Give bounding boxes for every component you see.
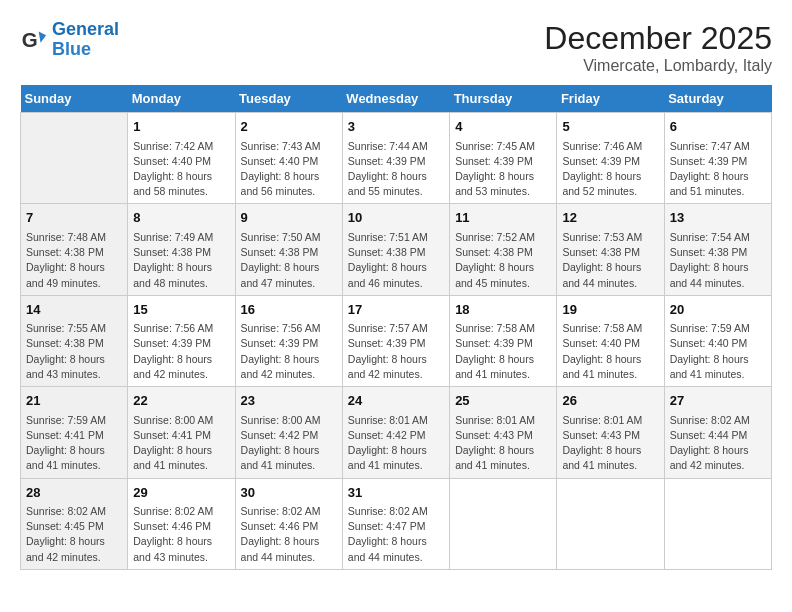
cell-details: Sunrise: 7:50 AMSunset: 4:38 PMDaylight:… [241,230,337,291]
cell-details: Sunrise: 7:43 AMSunset: 4:40 PMDaylight:… [241,139,337,200]
cell-details: Sunrise: 7:54 AMSunset: 4:38 PMDaylight:… [670,230,766,291]
calendar-cell: 4Sunrise: 7:45 AMSunset: 4:39 PMDaylight… [450,113,557,204]
cell-details: Sunrise: 7:56 AMSunset: 4:39 PMDaylight:… [241,321,337,382]
day-number: 22 [133,391,229,411]
day-number: 30 [241,483,337,503]
calendar-cell: 31Sunrise: 8:02 AMSunset: 4:47 PMDayligh… [342,478,449,569]
cell-details: Sunrise: 8:01 AMSunset: 4:43 PMDaylight:… [562,413,658,474]
day-number: 25 [455,391,551,411]
day-number: 31 [348,483,444,503]
cell-details: Sunrise: 7:59 AMSunset: 4:41 PMDaylight:… [26,413,122,474]
calendar-cell: 17Sunrise: 7:57 AMSunset: 4:39 PMDayligh… [342,295,449,386]
calendar-table: SundayMondayTuesdayWednesdayThursdayFrid… [20,85,772,570]
calendar-day-header: Wednesday [342,85,449,113]
cell-details: Sunrise: 8:02 AMSunset: 4:46 PMDaylight:… [133,504,229,565]
day-number: 14 [26,300,122,320]
day-number: 27 [670,391,766,411]
calendar-cell: 16Sunrise: 7:56 AMSunset: 4:39 PMDayligh… [235,295,342,386]
calendar-cell: 5Sunrise: 7:46 AMSunset: 4:39 PMDaylight… [557,113,664,204]
logo: G General Blue [20,20,119,60]
day-number: 6 [670,117,766,137]
cell-details: Sunrise: 7:55 AMSunset: 4:38 PMDaylight:… [26,321,122,382]
calendar-cell: 12Sunrise: 7:53 AMSunset: 4:38 PMDayligh… [557,204,664,295]
calendar-cell: 1Sunrise: 7:42 AMSunset: 4:40 PMDaylight… [128,113,235,204]
cell-details: Sunrise: 8:02 AMSunset: 4:46 PMDaylight:… [241,504,337,565]
calendar-cell: 10Sunrise: 7:51 AMSunset: 4:38 PMDayligh… [342,204,449,295]
day-number: 16 [241,300,337,320]
cell-details: Sunrise: 7:45 AMSunset: 4:39 PMDaylight:… [455,139,551,200]
calendar-cell: 28Sunrise: 8:02 AMSunset: 4:45 PMDayligh… [21,478,128,569]
calendar-cell: 24Sunrise: 8:01 AMSunset: 4:42 PMDayligh… [342,387,449,478]
calendar-cell: 15Sunrise: 7:56 AMSunset: 4:39 PMDayligh… [128,295,235,386]
day-number: 1 [133,117,229,137]
svg-text:G: G [22,27,38,50]
day-number: 7 [26,208,122,228]
day-number: 11 [455,208,551,228]
day-number: 17 [348,300,444,320]
calendar-cell: 11Sunrise: 7:52 AMSunset: 4:38 PMDayligh… [450,204,557,295]
calendar-cell: 26Sunrise: 8:01 AMSunset: 4:43 PMDayligh… [557,387,664,478]
day-number: 26 [562,391,658,411]
calendar-week-row: 28Sunrise: 8:02 AMSunset: 4:45 PMDayligh… [21,478,772,569]
logo-text: General Blue [52,20,119,60]
logo-icon: G [20,26,48,54]
cell-details: Sunrise: 7:59 AMSunset: 4:40 PMDaylight:… [670,321,766,382]
day-number: 12 [562,208,658,228]
calendar-day-header: Monday [128,85,235,113]
cell-details: Sunrise: 7:58 AMSunset: 4:40 PMDaylight:… [562,321,658,382]
calendar-cell: 7Sunrise: 7:48 AMSunset: 4:38 PMDaylight… [21,204,128,295]
cell-details: Sunrise: 7:53 AMSunset: 4:38 PMDaylight:… [562,230,658,291]
calendar-cell: 25Sunrise: 8:01 AMSunset: 4:43 PMDayligh… [450,387,557,478]
day-number: 23 [241,391,337,411]
day-number: 13 [670,208,766,228]
day-number: 3 [348,117,444,137]
calendar-week-row: 1Sunrise: 7:42 AMSunset: 4:40 PMDaylight… [21,113,772,204]
calendar-cell: 9Sunrise: 7:50 AMSunset: 4:38 PMDaylight… [235,204,342,295]
page-header: G General Blue December 2025 Vimercate, … [20,20,772,75]
calendar-day-header: Saturday [664,85,771,113]
cell-details: Sunrise: 7:58 AMSunset: 4:39 PMDaylight:… [455,321,551,382]
calendar-cell: 3Sunrise: 7:44 AMSunset: 4:39 PMDaylight… [342,113,449,204]
calendar-cell: 29Sunrise: 8:02 AMSunset: 4:46 PMDayligh… [128,478,235,569]
calendar-week-row: 21Sunrise: 7:59 AMSunset: 4:41 PMDayligh… [21,387,772,478]
day-number: 21 [26,391,122,411]
calendar-cell: 27Sunrise: 8:02 AMSunset: 4:44 PMDayligh… [664,387,771,478]
day-number: 8 [133,208,229,228]
cell-details: Sunrise: 7:57 AMSunset: 4:39 PMDaylight:… [348,321,444,382]
day-number: 9 [241,208,337,228]
calendar-cell [664,478,771,569]
calendar-cell: 21Sunrise: 7:59 AMSunset: 4:41 PMDayligh… [21,387,128,478]
cell-details: Sunrise: 7:49 AMSunset: 4:38 PMDaylight:… [133,230,229,291]
cell-details: Sunrise: 7:44 AMSunset: 4:39 PMDaylight:… [348,139,444,200]
calendar-day-header: Sunday [21,85,128,113]
cell-details: Sunrise: 7:48 AMSunset: 4:38 PMDaylight:… [26,230,122,291]
calendar-cell: 2Sunrise: 7:43 AMSunset: 4:40 PMDaylight… [235,113,342,204]
calendar-cell: 19Sunrise: 7:58 AMSunset: 4:40 PMDayligh… [557,295,664,386]
calendar-cell [450,478,557,569]
day-number: 15 [133,300,229,320]
calendar-week-row: 14Sunrise: 7:55 AMSunset: 4:38 PMDayligh… [21,295,772,386]
calendar-body: 1Sunrise: 7:42 AMSunset: 4:40 PMDaylight… [21,113,772,570]
title-block: December 2025 Vimercate, Lombardy, Italy [544,20,772,75]
calendar-cell: 22Sunrise: 8:00 AMSunset: 4:41 PMDayligh… [128,387,235,478]
day-number: 5 [562,117,658,137]
calendar-cell [21,113,128,204]
calendar-cell: 13Sunrise: 7:54 AMSunset: 4:38 PMDayligh… [664,204,771,295]
day-number: 28 [26,483,122,503]
calendar-cell: 8Sunrise: 7:49 AMSunset: 4:38 PMDaylight… [128,204,235,295]
cell-details: Sunrise: 8:01 AMSunset: 4:42 PMDaylight:… [348,413,444,474]
day-number: 20 [670,300,766,320]
calendar-cell [557,478,664,569]
day-number: 24 [348,391,444,411]
calendar-header-row: SundayMondayTuesdayWednesdayThursdayFrid… [21,85,772,113]
calendar-cell: 23Sunrise: 8:00 AMSunset: 4:42 PMDayligh… [235,387,342,478]
cell-details: Sunrise: 7:42 AMSunset: 4:40 PMDaylight:… [133,139,229,200]
cell-details: Sunrise: 8:01 AMSunset: 4:43 PMDaylight:… [455,413,551,474]
calendar-day-header: Friday [557,85,664,113]
day-number: 2 [241,117,337,137]
cell-details: Sunrise: 7:51 AMSunset: 4:38 PMDaylight:… [348,230,444,291]
cell-details: Sunrise: 8:00 AMSunset: 4:41 PMDaylight:… [133,413,229,474]
calendar-cell: 14Sunrise: 7:55 AMSunset: 4:38 PMDayligh… [21,295,128,386]
cell-details: Sunrise: 8:02 AMSunset: 4:44 PMDaylight:… [670,413,766,474]
calendar-cell: 30Sunrise: 8:02 AMSunset: 4:46 PMDayligh… [235,478,342,569]
